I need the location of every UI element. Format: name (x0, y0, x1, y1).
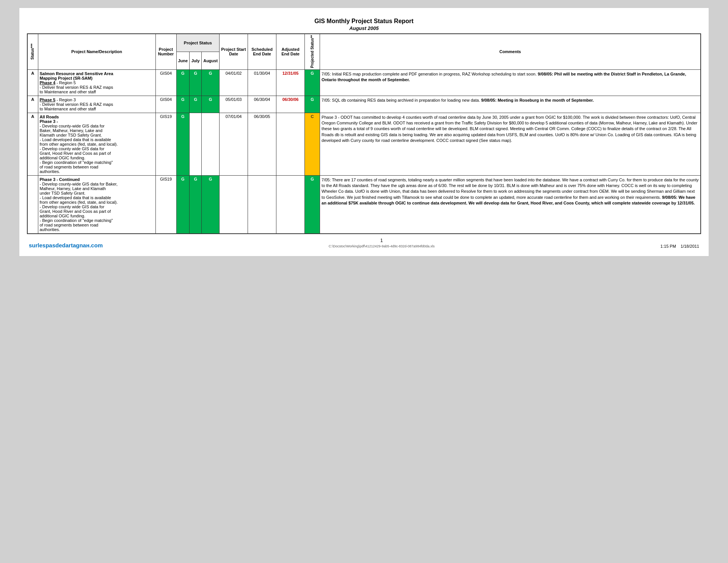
start-date-header: Project Start Date (220, 34, 248, 69)
project-number-cell: GIS19 (155, 175, 176, 234)
june-status: G (176, 113, 190, 175)
projected-status-cell: G (305, 175, 320, 234)
comments-cell: 7/05: Initial RES map production complet… (320, 69, 701, 96)
project-name-cell: Salmon Resource and Sensitive AreaMappin… (38, 69, 155, 96)
july-status: G (190, 96, 202, 113)
project-name-cell: All RoadsPhase 3 - - Develop county-wide… (38, 113, 155, 175)
project-number-cell: GIS19 (155, 113, 176, 175)
project-name-cell: Phase 3 - Continued - Develop county-wid… (38, 175, 155, 234)
start-date-cell (220, 175, 248, 234)
page-number: 1 C:\Docstoc\Working\pdf\41212429-9ab5-4… (329, 238, 435, 248)
july-header: July (190, 52, 202, 70)
project-name-header: Project Name/Description (38, 34, 155, 69)
august-status: G (202, 96, 220, 113)
row-status: A (27, 96, 38, 113)
adjusted-end-header: Adjusted End Date (276, 34, 305, 69)
project-name-cell: Phase 5 - Region 3 - Deliver final versi… (38, 96, 155, 113)
row-status (27, 175, 38, 234)
start-date-cell: 05/01/03 (220, 96, 248, 113)
page: GIS Monthly Project Status Report August… (19, 8, 709, 256)
status-header: Status*** (27, 34, 38, 69)
june-status: G (176, 96, 190, 113)
august-status (202, 113, 220, 175)
august-header: August (202, 52, 220, 70)
comments-cell: Phase 3 - ODOT has committed to develop … (320, 113, 701, 175)
row-status: A (27, 113, 38, 175)
table-row: Phase 3 - Continued - Develop county-wid… (27, 175, 701, 234)
august-status: G (202, 175, 220, 234)
comments-cell: 7/05: SQL db containing RES data being a… (320, 96, 701, 113)
june-header: June (176, 52, 190, 70)
scheduled-end-cell: 01/30/04 (248, 69, 276, 96)
project-number-header: Project Number (155, 34, 176, 69)
july-status: G (190, 69, 202, 96)
header-row-1: Status*** Project Name/Description Proje… (27, 34, 701, 52)
start-date-cell: 04/01/02 (220, 69, 248, 96)
report-subtitle: August 2005 (27, 25, 701, 33)
comments-header: Comments (320, 34, 701, 69)
scheduled-end-cell: 06/30/04 (248, 96, 276, 113)
project-number-cell: GIS04 (155, 69, 176, 96)
status-table: Status*** Project Name/Description Proje… (27, 33, 701, 234)
comments-cell: 7/05: There are 17 counties of road segm… (320, 175, 701, 234)
footer: surlespasdedartagnан.com 1 C:\Docstoc\Wo… (27, 238, 701, 248)
brand-label: surlespasdedartagnан.com (29, 242, 103, 248)
june-status: G (176, 69, 190, 96)
projected-status-cell: C (305, 113, 320, 175)
adjusted-end-cell (276, 113, 305, 175)
scheduled-end-header: Scheduled End Date (248, 34, 276, 69)
project-status-header: Project Status (176, 34, 220, 52)
projected-status-cell: G (305, 69, 320, 96)
projected-status-header: Projected Status** (305, 34, 320, 69)
projected-status-cell: G (305, 96, 320, 113)
adjusted-end-cell: 06/30/06 (276, 96, 305, 113)
scheduled-end-cell (248, 175, 276, 234)
adjusted-end-cell (276, 175, 305, 234)
table-row: AAll RoadsPhase 3 - - Develop county-wid… (27, 113, 701, 175)
july-status: G (190, 175, 202, 234)
report-title: GIS Monthly Project Status Report (27, 16, 701, 25)
july-status (190, 113, 202, 175)
adjusted-end-cell: 12/31/05 (276, 69, 305, 96)
start-date-cell: 07/01/04 (220, 113, 248, 175)
table-row: ASalmon Resource and Sensitive AreaMappi… (27, 69, 701, 96)
timestamp: 1:15 PM 1/18/2011 (661, 244, 699, 248)
project-number-cell: GIS04 (155, 96, 176, 113)
scheduled-end-cell: 06/30/05 (248, 113, 276, 175)
row-status: A (27, 69, 38, 96)
august-status: G (202, 69, 220, 96)
table-row: APhase 5 - Region 3 - Deliver final vers… (27, 96, 701, 113)
june-status: G (176, 175, 190, 234)
